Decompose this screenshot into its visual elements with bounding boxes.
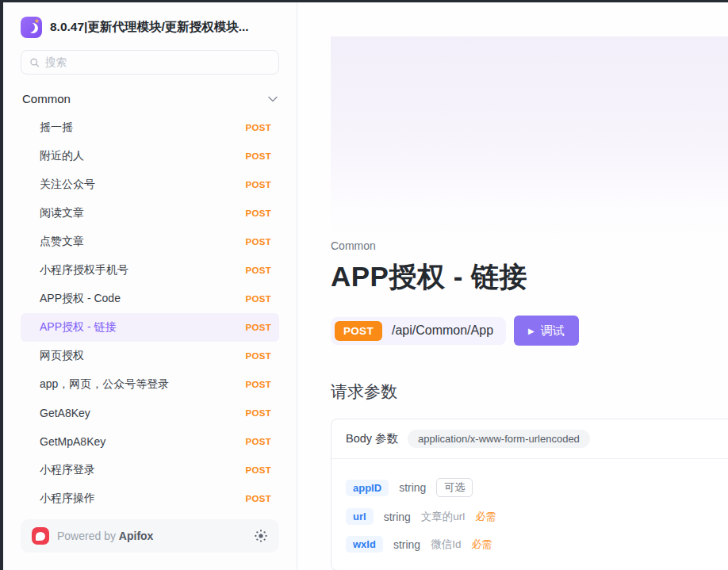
sidebar-item-method-badge: POST <box>245 208 271 218</box>
body-params-header: Body 参数 application/x-www-form-urlencode… <box>331 419 728 459</box>
sidebar-item[interactable]: GetA8KeyPOST <box>21 399 279 427</box>
sidebar-item-label: 网页授权 <box>40 349 84 363</box>
param-optional-badge: 可选 <box>436 478 473 497</box>
endpoint-path: /api/Common/App <box>392 323 493 338</box>
sidebar-item-method-badge: POST <box>245 237 271 247</box>
endpoint-path-box: POST /api/Common/App <box>331 317 506 345</box>
theme-toggle-sun-icon[interactable] <box>254 529 268 543</box>
param-name-badge: appID <box>346 480 389 496</box>
sidebar: ★ 8.0.47|更新代理模块/更新授权模块... Common 摇一摇POST… <box>3 2 297 570</box>
request-params-card: Body 参数 application/x-www-form-urlencode… <box>331 419 728 570</box>
sidebar-item-method-badge: POST <box>245 494 271 503</box>
sidebar-item-method-badge: POST <box>245 294 271 304</box>
sidebar-item-method-badge: POST <box>245 380 271 389</box>
search-box[interactable] <box>21 50 279 75</box>
request-params-heading: 请求参数 <box>331 381 728 403</box>
sidebar-item[interactable]: APP授权 - CodePOST <box>21 285 279 313</box>
sidebar-item-label: 小程序操作 <box>40 492 95 506</box>
sidebar-item-method-badge: POST <box>245 408 271 418</box>
endpoint-row: POST /api/Common/App ▶ 调试 <box>331 316 728 346</box>
main-content: Common APP授权 - 链接 POST /api/Common/App ▶… <box>297 2 728 570</box>
method-badge: POST <box>335 321 382 341</box>
debug-button[interactable]: ▶ 调试 <box>514 316 579 346</box>
app-logo-moon-icon: ★ <box>21 17 42 38</box>
sidebar-item[interactable]: 网页授权POST <box>21 342 279 370</box>
sidebar-footer: Powered by Apifox <box>21 519 279 553</box>
endpoint-list: 摇一摇POST附近的人POST关注公众号POST阅读文章POST点赞文章POST… <box>21 113 279 513</box>
param-rows: appIDstring可选urlstring文章的url必需wxIdstring… <box>331 459 728 570</box>
content-type-badge: application/x-www-form-urlencoded <box>408 430 590 448</box>
section-label: Common <box>22 92 71 105</box>
breadcrumb: Common <box>331 239 728 252</box>
apifox-logo-icon <box>32 527 49 545</box>
page: ★ 8.0.47|更新代理模块/更新授权模块... Common 摇一摇POST… <box>3 2 728 570</box>
param-row: appIDstring可选 <box>346 478 722 497</box>
app-title: 8.0.47|更新代理模块/更新授权模块... <box>50 19 249 36</box>
chevron-down-icon <box>268 96 278 102</box>
sidebar-item-label: 阅读文章 <box>40 206 84 220</box>
apifox-brand-text: Apifox <box>119 530 154 542</box>
sidebar-item-label: APP授权 - 链接 <box>40 320 116 335</box>
param-description: 文章的url <box>421 510 466 524</box>
sidebar-item-label: 附近的人 <box>40 149 84 163</box>
param-required-badge: 必需 <box>475 510 496 524</box>
param-name-badge: url <box>346 508 374 525</box>
sidebar-item[interactable]: 摇一摇POST <box>21 113 279 142</box>
param-row: wxIdstring微信Id必需 <box>346 536 722 553</box>
page-title: APP授权 - 链接 <box>331 258 728 296</box>
sidebar-item-label: 摇一摇 <box>40 121 73 135</box>
param-type: string <box>399 481 426 494</box>
sidebar-item-label: app，网页，公众号等登录 <box>40 377 169 392</box>
sidebar-item-label: 点赞文章 <box>40 235 84 249</box>
sidebar-item[interactable]: 点赞文章POST <box>21 228 279 256</box>
sidebar-item-label: GetMpA8Key <box>40 435 105 448</box>
search-icon <box>29 57 40 68</box>
body-params-label: Body 参数 <box>346 431 398 446</box>
sidebar-item-method-badge: POST <box>245 351 271 361</box>
powered-by-text: Powered by Apifox <box>57 530 153 542</box>
sidebar-item-method-badge: POST <box>245 180 271 189</box>
sidebar-item[interactable]: GetMpA8KeyPOST <box>21 427 279 456</box>
sidebar-item-label: 关注公众号 <box>40 178 95 192</box>
search-input[interactable] <box>45 56 270 68</box>
sidebar-item-method-badge: POST <box>245 151 271 161</box>
sidebar-item[interactable]: 附近的人POST <box>21 142 279 170</box>
param-type: string <box>393 538 420 551</box>
sidebar-item-method-badge: POST <box>245 323 271 332</box>
param-required-badge: 必需 <box>471 537 492 552</box>
sidebar-item-label: 小程序授权手机号 <box>40 263 128 277</box>
sidebar-item-active[interactable]: APP授权 - 链接POST <box>21 313 279 342</box>
sidebar-header: ★ 8.0.47|更新代理模块/更新授权模块... <box>21 17 279 38</box>
sidebar-item-label: APP授权 - Code <box>40 292 121 306</box>
sidebar-item[interactable]: 小程序登录POST <box>21 456 279 484</box>
sidebar-item[interactable]: 阅读文章POST <box>21 199 279 228</box>
sidebar-section-common[interactable]: Common <box>21 90 279 107</box>
sidebar-item-label: 小程序登录 <box>40 463 95 477</box>
sidebar-item[interactable]: app，网页，公众号等登录POST <box>21 370 279 399</box>
sidebar-item[interactable]: 关注公众号POST <box>21 170 279 199</box>
sidebar-item-label: GetA8Key <box>40 407 90 419</box>
sidebar-item-method-badge: POST <box>245 437 271 446</box>
play-icon: ▶ <box>528 327 535 335</box>
param-type: string <box>384 511 411 523</box>
sidebar-item-method-badge: POST <box>245 465 271 475</box>
sidebar-item[interactable]: 小程序操作POST <box>21 484 279 513</box>
header-gradient-banner <box>331 36 728 239</box>
param-description: 微信Id <box>431 537 461 552</box>
star-icon: ★ <box>34 18 40 25</box>
param-name-badge: wxId <box>346 536 383 553</box>
sidebar-item-method-badge: POST <box>245 123 271 132</box>
sidebar-item[interactable]: 小程序授权手机号POST <box>21 256 279 285</box>
param-row: urlstring文章的url必需 <box>346 508 722 525</box>
sidebar-item-method-badge: POST <box>245 266 271 275</box>
